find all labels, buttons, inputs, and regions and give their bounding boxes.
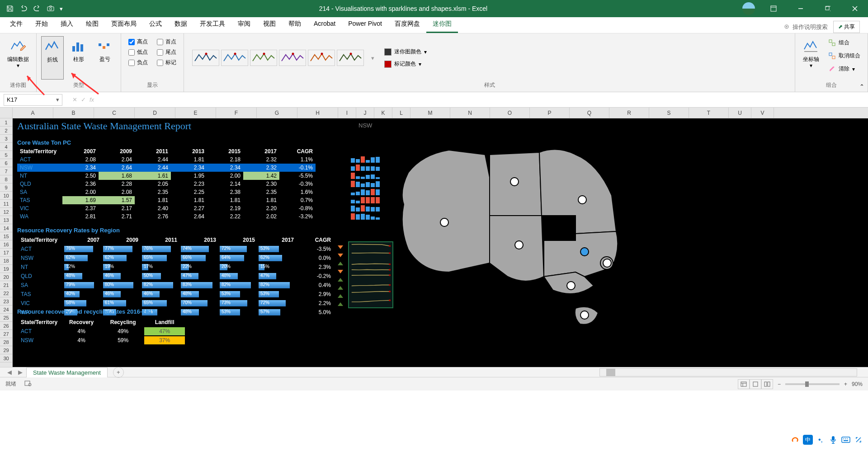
name-box[interactable]: K17▾ [4, 94, 62, 106]
row-header-22[interactable]: 22 [0, 289, 12, 297]
row-header-12[interactable]: 12 [0, 208, 12, 216]
row-header-1[interactable]: 1 [0, 118, 12, 127]
row-header-29[interactable]: 29 [0, 346, 12, 354]
row-header-14[interactable]: 14 [0, 224, 12, 232]
row-header-7[interactable]: 7 [0, 167, 12, 175]
map-dot-nsw[interactable] [580, 248, 589, 256]
tab-开发工具[interactable]: 开发工具 [193, 16, 231, 33]
ime-mic-icon[interactable] [828, 435, 838, 445]
undo-button[interactable] [17, 2, 30, 15]
row-header-21[interactable]: 21 [0, 281, 12, 289]
col-header-G[interactable]: G [257, 108, 297, 118]
col-header-L[interactable]: L [392, 108, 410, 118]
sparkline-style-0[interactable] [192, 50, 219, 66]
row-header-28[interactable]: 28 [0, 338, 12, 346]
sparkline-winloss-button[interactable]: 盈亏 [94, 36, 116, 80]
col-header-A[interactable]: A [13, 108, 53, 118]
row-header-23[interactable]: 23 [0, 297, 12, 306]
col-header-J[interactable]: J [356, 108, 374, 118]
tab-开始[interactable]: 开始 [29, 16, 54, 33]
row-header-8[interactable]: 8 [0, 175, 12, 183]
save-button[interactable] [4, 2, 16, 15]
col-header-Q[interactable]: Q [570, 108, 609, 118]
tab-Acrobat[interactable]: Acrobat [307, 16, 342, 33]
tab-页面布局[interactable]: 页面布局 [105, 16, 143, 33]
row-header-24[interactable]: 24 [0, 306, 12, 314]
fx-icon[interactable]: fx [90, 96, 94, 103]
row-header-3[interactable]: 3 [0, 135, 12, 143]
view-page-layout[interactable] [750, 379, 761, 389]
sheet-nav-next[interactable]: ▶ [15, 367, 25, 377]
sparkline-style-3[interactable] [279, 50, 306, 66]
row-header-27[interactable]: 27 [0, 330, 12, 338]
col-header-D[interactable]: D [135, 108, 175, 118]
ribbon-options-button[interactable] [760, 0, 787, 17]
tab-迷你图[interactable]: 迷你图 [426, 16, 458, 33]
australia-map[interactable] [395, 136, 661, 335]
edit-data-button[interactable]: 编辑数据▾ [5, 36, 32, 80]
row-header-18[interactable]: 18 [0, 257, 12, 265]
map-qld[interactable] [539, 150, 616, 234]
sparkline-column-button[interactable]: 柱形 [67, 36, 90, 80]
dashboard-canvas[interactable]: Australian State Waste Management Report… [13, 118, 868, 367]
user-avatar[interactable] [742, 2, 755, 15]
row-header-5[interactable]: 5 [0, 151, 12, 159]
chk-neg-point[interactable]: 负点 [128, 59, 148, 66]
zoom-level[interactable]: 90% [852, 381, 863, 387]
col-header-B[interactable]: B [53, 108, 94, 118]
sparkline-color-button[interactable]: 迷你图颜色 ▾ [384, 47, 427, 56]
tab-百度网盘[interactable]: 百度网盘 [388, 16, 426, 33]
sparkline-style-5[interactable] [337, 50, 364, 66]
col-header-T[interactable]: T [689, 108, 729, 118]
col-header-K[interactable]: K [374, 108, 392, 118]
zoom-minus[interactable]: − [778, 381, 781, 387]
zoom-plus[interactable]: + [844, 381, 847, 387]
tab-插入[interactable]: 插入 [54, 16, 80, 33]
col-header-S[interactable]: S [649, 108, 689, 118]
formula-input[interactable] [100, 94, 868, 106]
row-header-17[interactable]: 17 [0, 249, 12, 257]
map-dot-tas[interactable] [580, 311, 589, 319]
map-dot-act[interactable] [603, 259, 611, 267]
tab-文件[interactable]: 文件 [4, 16, 29, 33]
group-button[interactable]: 组合 [829, 38, 860, 47]
row-header-2[interactable]: 2 [0, 127, 12, 135]
row-header-4[interactable]: 4 [0, 143, 12, 151]
sparkline-style-4[interactable] [308, 50, 335, 66]
zoom-slider[interactable] [785, 383, 840, 385]
ime-lang-icon[interactable]: 中 [803, 435, 813, 445]
sparkline-style-1[interactable] [221, 50, 248, 66]
tab-Power Pivot[interactable]: Power Pivot [342, 16, 388, 33]
minimize-button[interactable] [788, 0, 814, 17]
col-header-I[interactable]: I [338, 108, 356, 118]
col-header-M[interactable]: M [410, 108, 450, 118]
column-headers[interactable]: ABCDEFGHIJKLMNOPQRSTUV [0, 108, 868, 118]
row-header-16[interactable]: 16 [0, 240, 12, 249]
worksheet-area[interactable]: ABCDEFGHIJKLMNOPQRSTUV 12345678910111213… [0, 108, 868, 367]
row-headers[interactable]: 1234567891011121314151617181920212223242… [0, 118, 13, 367]
row-header-30[interactable]: 30 [0, 354, 12, 362]
select-all-corner[interactable] [0, 108, 13, 118]
col-header-O[interactable]: O [490, 108, 530, 118]
chk-markers[interactable]: 标记 [157, 59, 176, 66]
ime-punct-icon[interactable]: •, [816, 435, 826, 445]
row-header-10[interactable]: 10 [0, 192, 12, 200]
view-page-break[interactable] [761, 379, 773, 389]
col-header-U[interactable]: U [729, 108, 751, 118]
map-wa[interactable] [402, 150, 490, 272]
add-sheet-button[interactable]: + [113, 367, 124, 378]
map-dot-wa[interactable] [440, 218, 448, 226]
map-dot-nt[interactable] [510, 178, 519, 186]
ungroup-button[interactable]: 取消组合 [829, 51, 860, 61]
redo-button[interactable] [31, 2, 43, 15]
row-header-9[interactable]: 9 [0, 183, 12, 192]
close-button[interactable] [842, 0, 868, 17]
sheet-tab[interactable]: State Waste Management [26, 367, 108, 377]
tab-视图[interactable]: 视图 [257, 16, 282, 33]
tab-审阅[interactable]: 审阅 [231, 16, 257, 33]
col-header-R[interactable]: R [609, 108, 649, 118]
maximize-button[interactable] [815, 0, 841, 17]
tab-数据[interactable]: 数据 [168, 16, 193, 33]
ime-settings-icon[interactable] [854, 435, 863, 445]
tab-公式[interactable]: 公式 [143, 16, 168, 33]
